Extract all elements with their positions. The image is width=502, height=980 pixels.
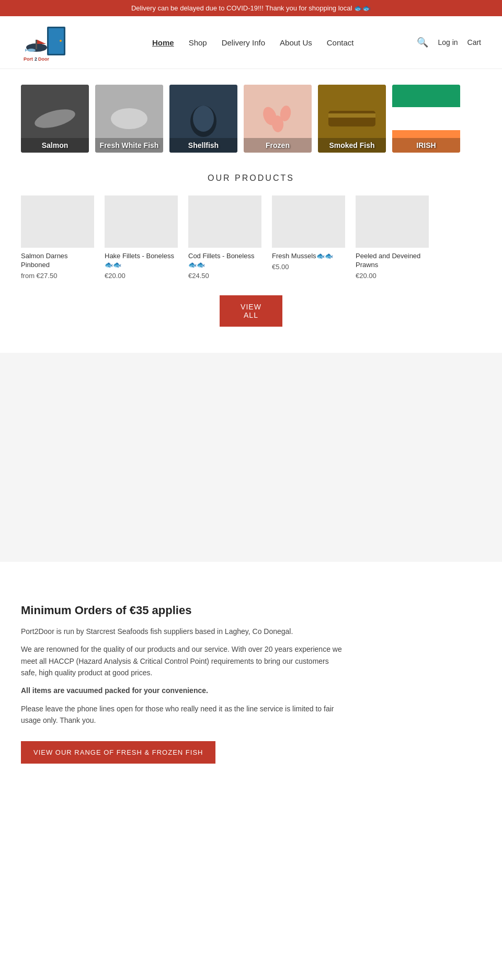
category-frozen[interactable]: Frozen: [244, 85, 312, 153]
svg-rect-31: [105, 195, 178, 248]
about-heading: Minimum Orders of €35 applies: [21, 604, 345, 617]
svg-text:2: 2: [35, 56, 37, 62]
announcement-bar: Delivery can be delayed due to COVID-19!…: [0, 0, 502, 16]
category-smoked-fish-label: Smoked Fish: [318, 138, 386, 153]
product-image-salmon-darnes: [21, 195, 94, 248]
product-name-prawns: Peeled and Deveined Prawns: [356, 252, 429, 270]
product-card-cod-fillets[interactable]: Cod Fillets - Boneless🐟🐟 €24.50: [188, 195, 261, 280]
product-price-salmon-darnes: from €27.50: [21, 272, 94, 280]
header-right: 🔍 Log in Cart: [417, 37, 481, 48]
svg-rect-28: [392, 107, 460, 130]
products-section: OUR PRODUCTS Salmon Darnes Pinboned from…: [0, 158, 502, 342]
svg-text:Port: Port: [24, 56, 33, 62]
view-all-button[interactable]: VIEW ALL: [220, 295, 282, 327]
product-name-salmon-darnes: Salmon Darnes Pinboned: [21, 252, 94, 270]
category-fresh-white-fish[interactable]: Fresh White Fish: [95, 85, 163, 153]
logo[interactable]: Port 2 Door Freshest Fish Daily: [21, 21, 89, 63]
svg-point-6: [27, 49, 36, 52]
svg-rect-27: [392, 85, 460, 107]
product-image-cod-fillets: [188, 195, 261, 248]
nav-about-us[interactable]: About Us: [280, 38, 312, 47]
product-price-cod-fillets: €24.50: [188, 272, 261, 280]
category-smoked-fish[interactable]: Smoked Fish: [318, 85, 386, 153]
svg-rect-25: [328, 111, 375, 126]
view-range-button[interactable]: VIEW OUR RANGE OF FRESH & FROZEN FISH: [21, 741, 215, 764]
product-name-fresh-mussels: Fresh Mussels🐟🐟: [272, 252, 345, 261]
product-card-salmon-darnes[interactable]: Salmon Darnes Pinboned from €27.50: [21, 195, 94, 280]
nav-home[interactable]: Home: [152, 38, 174, 47]
nav-contact[interactable]: Contact: [327, 38, 354, 47]
main-nav: Home Shop Delivery Info About Us Contact: [152, 38, 354, 47]
product-name-hake-fillets: Hake Fillets - Boneless🐟🐟: [105, 252, 178, 270]
search-icon: 🔍: [417, 37, 428, 48]
svg-marker-5: [37, 40, 46, 44]
product-price-prawns: €20.00: [356, 272, 429, 280]
products-grid: Salmon Darnes Pinboned from €27.50 Hake …: [21, 195, 481, 280]
svg-rect-32: [188, 195, 261, 248]
category-fresh-white-fish-label: Fresh White Fish: [95, 138, 163, 153]
announcement-text: Delivery can be delayed due to COVID-19!…: [131, 4, 371, 12]
category-frozen-label: Frozen: [244, 138, 312, 153]
svg-rect-33: [272, 195, 345, 248]
product-image-hake-fillets: [105, 195, 178, 248]
about-para4: Please leave the phone lines open for th…: [21, 703, 345, 727]
category-salmon[interactable]: Salmon: [21, 85, 89, 153]
product-card-hake-fillets[interactable]: Hake Fillets - Boneless🐟🐟 €20.00: [105, 195, 178, 280]
svg-rect-4: [36, 40, 37, 49]
nav-shop[interactable]: Shop: [189, 38, 207, 47]
banner-area: [0, 353, 502, 562]
product-price-hake-fillets: €20.00: [105, 272, 178, 280]
svg-point-19: [193, 106, 214, 132]
svg-rect-26: [328, 113, 375, 118]
login-link[interactable]: Log in: [438, 38, 458, 47]
products-title: OUR PRODUCTS: [21, 174, 481, 183]
category-irish[interactable]: IRISH: [392, 85, 460, 153]
svg-rect-30: [21, 195, 94, 248]
product-image-fresh-mussels: [272, 195, 345, 248]
category-shellfish[interactable]: Shellfish: [169, 85, 237, 153]
svg-rect-34: [356, 195, 429, 248]
about-section: Minimum Orders of €35 applies Port2Door …: [0, 572, 366, 785]
logo-svg: Port 2 Door Freshest Fish Daily: [21, 21, 89, 63]
svg-rect-35: [0, 353, 502, 562]
svg-point-16: [111, 108, 147, 129]
svg-text:Door: Door: [38, 56, 49, 62]
category-salmon-label: Salmon: [21, 138, 89, 153]
product-card-prawns[interactable]: Peeled and Deveined Prawns €20.00: [356, 195, 429, 280]
product-image-prawns: [356, 195, 429, 248]
product-name-cod-fillets: Cod Fillets - Boneless🐟🐟: [188, 252, 261, 270]
svg-point-2: [60, 40, 62, 42]
about-para1: Port2Door is run by Starcrest Seafoods f…: [21, 626, 345, 637]
search-button[interactable]: 🔍: [417, 37, 428, 48]
cart-link[interactable]: Cart: [467, 38, 481, 47]
product-card-fresh-mussels[interactable]: Fresh Mussels🐟🐟 €5.00: [272, 195, 345, 280]
nav-delivery-info[interactable]: Delivery Info: [222, 38, 265, 47]
category-irish-label: IRISH: [392, 138, 460, 153]
about-para3-bold: All items are vacuumed packed for your c…: [21, 685, 345, 696]
product-price-fresh-mussels: €5.00: [272, 263, 345, 271]
header: Port 2 Door Freshest Fish Daily Home Sho…: [0, 16, 502, 69]
category-shellfish-label: Shellfish: [169, 138, 237, 153]
about-para2: We are renowned for the quality of our p…: [21, 643, 345, 678]
categories-section: Salmon Fresh White Fish Shellfish Frozen: [0, 69, 502, 158]
